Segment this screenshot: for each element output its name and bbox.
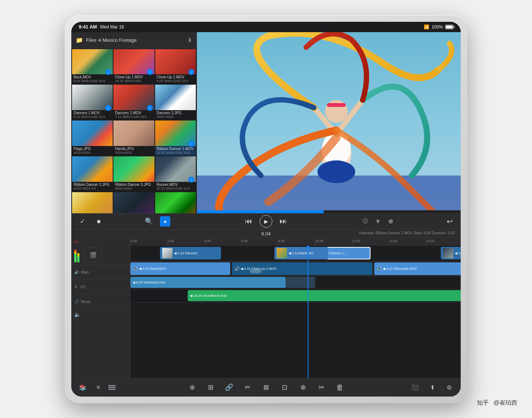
preview-scrubber[interactable]	[197, 210, 461, 213]
breadcrumb: Files ◀ Mexico Footage	[86, 37, 184, 43]
track-labels: 🎬 🔊 Main 🎙 VO	[71, 246, 130, 378]
media-item-hands[interactable]: Hands.JPG3024×4032	[113, 120, 154, 156]
crop-button[interactable]: ⊡	[279, 382, 290, 393]
thumb-flags	[72, 120, 113, 146]
blade-button[interactable]: ✏	[242, 382, 253, 393]
track-label-music: 🎵 Music	[71, 295, 130, 309]
download-icon[interactable]: ⬇	[187, 37, 192, 44]
ruler-spacer: +0	[71, 238, 130, 246]
battery-icon	[445, 25, 453, 29]
preview-area	[197, 32, 461, 213]
media-item-silhouette[interactable]: Silhouette.MOV	[113, 192, 154, 213]
clip-dancers[interactable]: ◀ 2.16 Dancers	[160, 247, 221, 259]
scrubber-fill	[197, 210, 324, 213]
clip-back[interactable]: ◀ 2.14 Back.MO	[274, 247, 328, 259]
clip-label-dancers: ◀ 2.16 Dancers	[174, 251, 197, 255]
clip-silhouette[interactable]: 🔊 ◀ 4.12 Silhouette.MOV	[374, 262, 461, 275]
media-item-flags[interactable]: Flags.JPG4032×3024	[72, 120, 113, 156]
timeline-ruler-area: +0 0.00 2.00 4.00 6.00 8.00 10.00	[71, 238, 461, 246]
ruler-14: 14.00	[389, 239, 398, 243]
main-video-track: 🔊 ◀ 4.23 Sand.MOV 🔊 ◀ 6.15 Close-Up 2.MO…	[130, 261, 461, 276]
media-item-runner[interactable]: ✓ Runner.MOV20.15 3840×2160 16:9	[155, 156, 196, 191]
media-grid: ✓ Back.MOV8.22 3840×2160 16:9 ✓ Close-Up…	[71, 48, 197, 213]
undo-button[interactable]: ↩	[444, 216, 455, 227]
trim-button[interactable]: ⛛	[373, 216, 383, 227]
track-label-vo: 🎙 VO	[71, 280, 130, 295]
media-item-closeup2[interactable]: ✓ Close-Up 2.MOV9.03 3840×2160 16:9	[155, 49, 196, 84]
timeline-tracks[interactable]: ◀ 2.16 Dancers ◀ 3.10 Ribbon Dancer 1...	[130, 246, 461, 378]
info-button[interactable]: ⓘ	[360, 216, 371, 227]
tracks-inner: ◀ 2.16 Dancers ◀ 3.10 Ribbon Dancer 1...	[130, 246, 461, 378]
clip-label-back: ◀ 2.14 Back.MO	[289, 251, 313, 255]
app-area: 📁 Files ◀ Mexico Footage ⬇	[71, 32, 461, 397]
cut-button[interactable]: ✂	[316, 382, 327, 393]
soundtrack-track: ◀ 16.28 Soundtrack.m4a	[130, 289, 461, 303]
clip-label-sand: ◀ 4.23 Sand.MOV	[139, 267, 166, 271]
media-item-sand[interactable]: Sand.MOV	[72, 192, 113, 213]
ruler-6: 6.00	[241, 239, 248, 243]
media-item-closeup1[interactable]: ✓ Close-Up 1.MOV18.16 3840×2160	[113, 49, 154, 84]
media-item-back[interactable]: ✓ Back.MOV8.22 3840×2160 16:9	[72, 49, 113, 84]
record-button[interactable]: ⏺	[93, 216, 104, 227]
watermark: 知乎 @崔珀西	[477, 399, 517, 407]
timeline-content: 🎬 🔊 Main 🎙 VO	[71, 246, 461, 378]
thumb-ribbon2	[72, 156, 113, 182]
folder-icon[interactable]: 📁	[76, 37, 83, 44]
clip-voiceover[interactable]: ◀ 8.29 Voiceover.m4a	[130, 277, 286, 288]
skip-forward-button[interactable]: ⏭	[278, 216, 289, 227]
track-thumbnail: 🎬	[84, 248, 102, 262]
check-button[interactable]: ✓	[77, 216, 88, 227]
media-item-ribbon3[interactable]: Ribbon Dancer 3.JPG4032×3024	[113, 156, 154, 191]
clip-thumb-dancers	[162, 248, 173, 258]
media-item-ribbon2[interactable]: Ribbon Dancer 2.JPG4032×3024 4:3	[72, 156, 113, 191]
thumb-ribbon3	[113, 156, 154, 182]
media-item-dancers2[interactable]: ✓ Dancers 2.MOV7.11 3840×2160 16:9	[113, 85, 154, 120]
browser-header: 📁 Files ◀ Mexico Footage ⬇	[71, 32, 197, 48]
transform-button[interactable]: ⊠	[260, 382, 272, 393]
split-button[interactable]: ⊕	[385, 216, 396, 227]
settings-button[interactable]: ⚙	[444, 382, 455, 393]
status-date: Wed Mar 18	[100, 24, 124, 30]
media-item-stadium[interactable]: Stadium.JPG	[155, 192, 196, 213]
volume-control[interactable]: 🔈	[71, 309, 130, 320]
toolbar: ✓ ⏺ 🔍 ● ⓘ ⛛ ⊕ ⏮ ▶ ⏭	[71, 213, 461, 230]
connect-button[interactable]: 🔗	[224, 382, 235, 393]
clip-soundtrack[interactable]: ◀ 16.28 Soundtrack.m4a	[188, 290, 461, 301]
clip-label-vo: ◀ 8.29 Voiceover.m4a	[133, 281, 166, 284]
search-button[interactable]: 🔍	[144, 216, 154, 227]
view-toggle[interactable]	[108, 385, 116, 390]
ruler-10: 10.00	[315, 239, 324, 243]
skip-back-button[interactable]: ⏮	[243, 216, 254, 227]
svg-rect-4	[327, 103, 346, 106]
clip-closeup2[interactable]: 🔊 ◀ 6.15 Close-Up 2.MOV	[232, 262, 372, 275]
breadcrumb-files[interactable]: Files	[86, 37, 96, 43]
clip-sand[interactable]: 🔊 ◀ 4.23 Sand.MOV	[130, 262, 230, 275]
media-item-ribbon1[interactable]: ✓ Ribbon Dancer 1.MOV20.03 3840×2160 16:…	[155, 120, 196, 156]
add-clip-button[interactable]: ⊕	[187, 382, 198, 393]
clip-filter-button[interactable]: ●	[160, 216, 170, 227]
ruler-8: 8.00	[278, 239, 285, 243]
breadcrumb-mexico[interactable]: Mexico Footage	[102, 37, 137, 43]
clip-label-runner: ◀ 2.16 Runner.MC	[455, 251, 461, 255]
clip-runner[interactable]: ◀ 2.16 Runner.MC	[441, 247, 461, 259]
add-keyframe-button[interactable]: ⊕	[297, 382, 308, 393]
media-item-dancers3[interactable]: Dancers 3.JPG4032×3024	[155, 85, 196, 120]
vu-bar-l	[74, 249, 76, 262]
library-button[interactable]: 📚	[77, 382, 88, 393]
add-transition-button[interactable]: ⊞	[205, 382, 216, 393]
top-clips-row: ◀ 2.16 Dancers ◀ 3.10 Ribbon Dancer 1...	[130, 246, 461, 261]
timeline-toggle[interactable]: ≡	[93, 382, 104, 393]
timeline-empty	[130, 303, 461, 314]
timeline-playhead[interactable]	[308, 246, 308, 378]
ipad-device: 9:41 AM Wed Mar 18 📶 100%	[65, 15, 467, 403]
ruler-4: 4.00	[204, 239, 211, 243]
export-button[interactable]: ⬛	[410, 382, 421, 393]
media-item-dancers1[interactable]: ✓ Dancers 1.MOV9.14 3840×2160 16:9	[72, 85, 113, 120]
share-button[interactable]: ⬆	[427, 382, 438, 393]
vu-bar-r	[77, 253, 79, 262]
thumb-hands	[113, 120, 154, 146]
delete-button[interactable]: 🗑	[334, 382, 345, 393]
preview-visual	[197, 32, 461, 213]
play-button[interactable]: ▶	[260, 215, 272, 228]
closeup2-speaker: 🔊	[234, 266, 240, 271]
